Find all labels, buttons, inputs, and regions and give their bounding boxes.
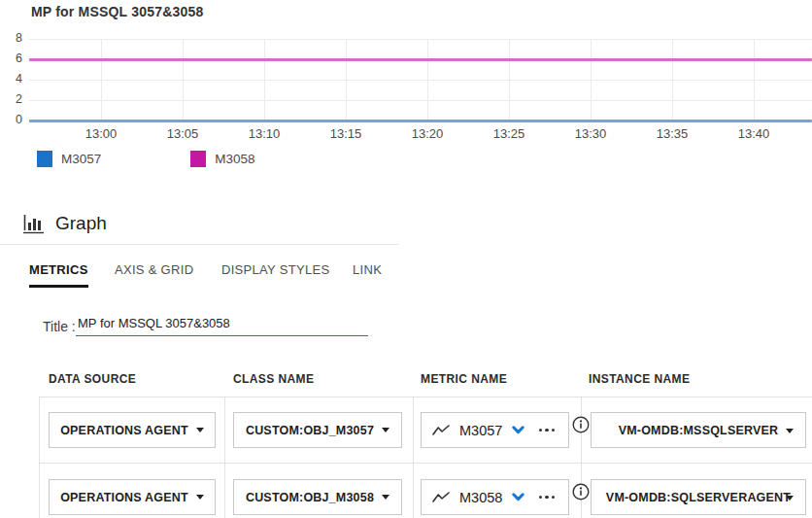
gridline	[591, 39, 592, 121]
panel-divider	[0, 244, 398, 245]
dropdown-label: VM-OMDB:SQLSERVERAGENT	[606, 491, 791, 504]
legend-item[interactable]: M3057	[37, 151, 101, 167]
info-icon[interactable]	[572, 483, 590, 501]
table-border-left	[39, 397, 40, 518]
chart-title: MP for MSSQL 3057&3058	[31, 4, 203, 19]
chart-plot	[29, 39, 812, 121]
dropdown-label: CUSTOM:OBJ_M3058	[246, 491, 374, 504]
legend-label: M3057	[61, 152, 101, 166]
metric-name-label: M3058	[459, 490, 502, 505]
caret-down-icon	[196, 428, 204, 432]
x-axis-tick-label: 13:00	[72, 126, 130, 141]
caret-down-icon	[196, 495, 204, 500]
table-border-top	[39, 397, 812, 397]
ellipsis-icon[interactable]	[539, 429, 556, 432]
line-chart-icon	[432, 424, 451, 436]
gridline	[427, 39, 428, 121]
dropdown-label: CUSTOM:OBJ_M3057	[246, 424, 374, 437]
table-column-divider	[224, 397, 225, 518]
instance-name-dropdown[interactable]: VM-OMDB:SQLSERVERAGENT	[591, 479, 806, 515]
tab-link[interactable]: LINK	[353, 262, 382, 285]
line-chart-icon	[432, 491, 451, 503]
gridline	[754, 39, 755, 121]
y-axis-tick-label: 8	[16, 31, 22, 45]
bar-chart-icon	[23, 214, 46, 238]
column-header-metric-name: METRIC NAME	[421, 372, 507, 386]
x-axis-tick-label: 13:30	[561, 126, 620, 141]
metric-name-field[interactable]: M3057	[421, 412, 569, 448]
legend-swatch-icon	[37, 151, 52, 167]
table-column-divider	[413, 397, 414, 518]
dropdown-label: OPERATIONS AGENT	[60, 424, 188, 437]
x-axis-tick-label: 13:35	[643, 126, 701, 141]
x-axis-tick-label: 13:40	[725, 126, 783, 141]
caret-down-icon	[382, 495, 389, 500]
y-axis-tick-label: 6	[16, 52, 22, 65]
y-axis-tick-label: 4	[16, 72, 22, 86]
chart-legend: M3057M3058	[0, 151, 583, 167]
x-axis-tick-label: 13:15	[317, 126, 375, 141]
gridline	[29, 100, 812, 101]
tab-metrics[interactable]: METRICS	[29, 262, 88, 288]
column-header-class-name: CLASS NAME	[233, 372, 314, 386]
gridline	[509, 39, 510, 121]
y-axis-tick-label: 2	[16, 92, 22, 106]
legend-label: M3058	[215, 152, 254, 166]
gridline	[29, 80, 812, 81]
dropdown-label: OPERATIONS AGENT	[60, 491, 188, 504]
class-name-dropdown[interactable]: CUSTOM:OBJ_M3057	[233, 412, 402, 448]
chart-series-line	[29, 58, 812, 61]
chevron-down-icon[interactable]	[512, 493, 524, 501]
title-field-label: Title :	[43, 319, 76, 334]
column-header-data-source: DATA SOURCE	[49, 372, 136, 386]
title-input[interactable]	[76, 313, 368, 336]
data-source-dropdown[interactable]: OPERATIONS AGENT	[49, 412, 216, 448]
chevron-down-icon[interactable]	[512, 426, 524, 434]
column-header-instance-name: INSTANCE NAME	[589, 372, 690, 386]
legend-swatch-icon	[190, 151, 206, 167]
y-axis-tick-label: 0	[16, 113, 22, 126]
metric-name-label: M3057	[459, 423, 502, 438]
caret-down-icon	[786, 429, 794, 433]
class-name-dropdown[interactable]: CUSTOM:OBJ_M3058	[233, 479, 402, 515]
table-row-divider	[39, 463, 812, 464]
gridline	[101, 39, 102, 121]
data-source-dropdown[interactable]: OPERATIONS AGENT	[49, 479, 216, 515]
x-axis-tick-label: 13:10	[235, 126, 293, 141]
caret-down-icon	[382, 428, 389, 432]
gridline	[183, 39, 184, 121]
dropdown-label: VM-OMDB:MSSQLSERVER	[619, 424, 779, 437]
info-icon[interactable]	[572, 416, 590, 433]
x-axis-tick-label: 13:20	[398, 126, 457, 141]
gridline	[264, 39, 265, 121]
tab-display-styles[interactable]: DISPLAY STYLES	[221, 262, 329, 285]
x-axis-tick-label: 13:25	[480, 126, 538, 141]
gridline	[29, 39, 812, 40]
gridline	[672, 39, 673, 121]
chart-x-axis: 13:0013:0513:1013:1513:2013:2513:3013:35…	[29, 126, 812, 142]
panel-title: Graph	[55, 213, 107, 234]
chart-y-axis: 02468	[0, 0, 22, 170]
gridline	[346, 39, 347, 121]
metric-name-field[interactable]: M3058	[421, 479, 569, 515]
x-axis-tick-label: 13:05	[153, 126, 212, 141]
tab-axis-grid[interactable]: AXIS & GRID	[115, 262, 193, 285]
chart-series-line	[29, 120, 812, 122]
ellipsis-icon[interactable]	[539, 496, 556, 500]
instance-name-dropdown[interactable]: VM-OMDB:MSSQLSERVER	[591, 412, 806, 448]
caret-down-icon	[786, 496, 794, 501]
legend-item[interactable]: M3058	[190, 151, 254, 167]
